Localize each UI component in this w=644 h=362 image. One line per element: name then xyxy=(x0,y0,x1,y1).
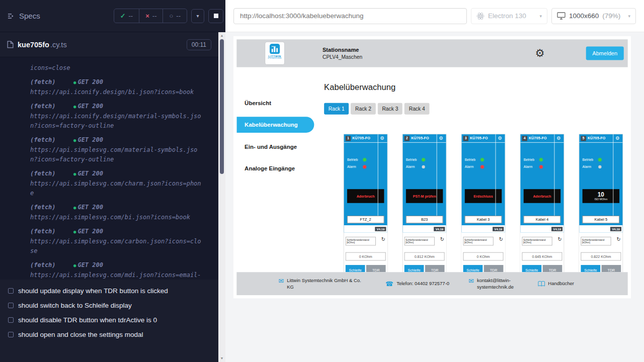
tdr-button[interactable]: TDR xyxy=(602,265,621,272)
log-entry[interactable]: (fetch)●GET 200 https://api.simplesvg.co… xyxy=(30,203,203,222)
resistance-value: 0.822 KOhm xyxy=(581,252,621,261)
scroll-down-arrow[interactable]: ▼ xyxy=(218,355,225,361)
alarm-label: Alarm xyxy=(347,165,356,169)
tdr-button[interactable]: TDR xyxy=(425,265,445,272)
log-entry[interactable]: (fetch)●GET 200 https://api.simplesvg.co… xyxy=(30,260,203,280)
footer-manuals[interactable]: Handbücher xyxy=(538,281,574,287)
refresh-icon[interactable]: ↻ xyxy=(381,237,385,241)
resistance-label: Schleifenwiderstand [kOhm] xyxy=(405,237,435,246)
scrollbar-thumb[interactable] xyxy=(220,39,224,174)
refresh-icon[interactable]: ↻ xyxy=(499,237,503,241)
log-status: GET 200 xyxy=(77,170,103,177)
card-settings-gear-icon[interactable]: ⚙ xyxy=(613,136,622,140)
sidebar-item[interactable]: Kabelüberwachung xyxy=(236,117,314,133)
cable-name-field[interactable]: FTZ_2 xyxy=(347,216,384,223)
rack-tab[interactable]: Rack 3 xyxy=(378,103,403,115)
collapse-button[interactable]: ▾ xyxy=(191,9,204,23)
card-settings-gear-icon[interactable]: ⚙ xyxy=(554,136,563,140)
log-entry[interactable]: (fetch)●GET 200 https://api.simplesvg.co… xyxy=(30,227,203,256)
alarm-label: Alarm xyxy=(465,165,474,169)
settings-gear-icon[interactable]: ⚙ xyxy=(535,48,544,58)
tdr-button[interactable]: TDR xyxy=(366,265,386,272)
card-model: KÜ705-FO xyxy=(352,136,370,140)
cable-name-field[interactable]: Kabel 3 xyxy=(465,216,502,223)
card-settings-gear-icon[interactable]: ⚙ xyxy=(378,136,387,140)
viewport-size: 1000x660 xyxy=(569,12,599,20)
station-info: Stationsname CPLV4_Maschen xyxy=(323,47,362,60)
stop-icon xyxy=(214,14,218,18)
resistance-value: 0.812 KOhm xyxy=(405,252,445,261)
alarm-row: Alarm xyxy=(579,164,601,169)
electron-icon xyxy=(476,12,485,20)
url-input[interactable]: http://localhost:3000/kabelueberwachung xyxy=(233,8,467,24)
schleife-button[interactable]: Schleife xyxy=(463,265,483,272)
card-settings-gear-icon[interactable]: ⚙ xyxy=(437,136,445,140)
version-strip: V4.19 xyxy=(403,225,446,232)
tdr-button[interactable]: TDR xyxy=(484,265,504,272)
rack-tab[interactable]: Rack 4 xyxy=(405,103,429,115)
schleife-button[interactable]: Schleife xyxy=(581,265,600,272)
status-text: Erdschluss xyxy=(473,194,493,198)
schleife-button[interactable]: Schleife xyxy=(346,265,365,272)
viewport-select[interactable]: 1000x660 (79%) ▾ xyxy=(551,8,636,24)
footer-email[interactable]: ✉ kontakt@littwin-systemtechnik.de xyxy=(468,277,519,290)
version-strip: V4.19 xyxy=(344,225,387,232)
log-entry[interactable]: (fetch)●GET 200 https://api.simplesvg.co… xyxy=(30,135,203,164)
status-text: Aderbruch xyxy=(533,194,551,198)
alarm-led xyxy=(539,165,542,168)
test-item[interactable]: should open and close the settings modal xyxy=(0,327,218,342)
alarm-label: Alarm xyxy=(583,165,592,169)
log-status: GET 200 xyxy=(77,136,103,143)
test-item[interactable]: should disable TDR button when tdrActive… xyxy=(0,313,218,327)
betrieb-label: Betrieb xyxy=(583,158,593,162)
card-model: KÜ705-FO xyxy=(588,136,606,140)
sidebar-item[interactable]: Analoge Eingänge xyxy=(236,160,314,176)
cable-name-field[interactable]: B23 xyxy=(406,216,443,223)
spec-name[interactable]: kue705fo xyxy=(18,41,49,49)
specs-button[interactable]: Specs xyxy=(7,12,40,20)
cable-name-field[interactable]: Kabel 4 xyxy=(524,216,560,223)
app-body: Übersicht Kabelüberwachung Ein- und Ausg… xyxy=(236,67,627,273)
footer-phone[interactable]: ☎ Telefon: 04402 972577-0 xyxy=(385,280,449,287)
sidebar-item[interactable]: Übersicht xyxy=(236,95,314,111)
status-display: Erdschluss xyxy=(465,189,502,203)
betrieb-led xyxy=(363,158,366,161)
refresh-icon[interactable]: ↻ xyxy=(440,237,444,241)
test-item[interactable]: should update display when TDR button is… xyxy=(0,284,218,298)
test-title: should disable TDR button when tdrActive… xyxy=(18,316,157,324)
log-entry[interactable]: (fetch)●GET 200 https://api.iconify.desi… xyxy=(30,77,203,97)
footer-company: ✉ Littwin Systemtechnik GmbH & Co. KG xyxy=(278,277,366,290)
logout-button[interactable]: Abmelden xyxy=(586,47,624,60)
device-card: 4 KÜ705-FO ⚙ Betrieb xyxy=(520,134,564,272)
rack-tab[interactable]: Rack 1 xyxy=(324,103,349,115)
cypress-runner-panel: Specs ✓ -- × -- ○ -- ▾ xyxy=(0,0,225,362)
version-strip: V4.19 xyxy=(461,225,505,232)
refresh-icon[interactable]: ↻ xyxy=(617,237,621,241)
refresh-icon[interactable]: ↻ xyxy=(558,237,562,241)
browser-select[interactable]: Electron 130 ▾ xyxy=(471,8,547,24)
log-entry[interactable]: (fetch)●GET 200 https://api.iconify.desi… xyxy=(30,102,203,131)
email-outline-icon: ✉ xyxy=(468,278,474,284)
test-item[interactable]: should switch back to Schleife display xyxy=(0,298,218,313)
cable-name-field[interactable]: Kabel 5 xyxy=(583,216,619,223)
log-status: GET 200 xyxy=(77,78,103,85)
tdr-button[interactable]: TDR xyxy=(543,265,562,272)
card-settings-gear-icon[interactable]: ⚙ xyxy=(496,136,504,140)
log-entry[interactable]: (fetch)●GET 200 https://api.simplesvg.co… xyxy=(30,169,203,198)
status-display: PST-M prüfen xyxy=(406,189,443,203)
rack-tabs: Rack 1 Rack 2 Rack 3 Rack 4 xyxy=(324,103,628,115)
sidebar-item[interactable]: Ein- und Ausgänge xyxy=(236,139,314,155)
rack-tab[interactable]: Rack 2 xyxy=(351,103,375,115)
version-badge: V4.19 xyxy=(551,227,562,231)
station-name: CPLV4_Maschen xyxy=(323,54,362,60)
schleife-button[interactable]: Schleife xyxy=(405,265,424,272)
scroll-up-arrow[interactable]: ▲ xyxy=(218,33,225,39)
schleife-button[interactable]: Schleife xyxy=(522,265,542,272)
vertical-scrollbar[interactable]: ▲ ▼ xyxy=(218,32,225,362)
stop-button[interactable] xyxy=(208,9,223,23)
version-strip: V4.19 xyxy=(520,225,564,232)
resistance-value: 0 KOhm xyxy=(463,252,504,261)
log-url: https://api.simplesvg.com/mdi.json?icons… xyxy=(30,270,203,280)
status-dot-icon: ● xyxy=(73,138,76,143)
log-status: GET 200 xyxy=(77,103,103,110)
